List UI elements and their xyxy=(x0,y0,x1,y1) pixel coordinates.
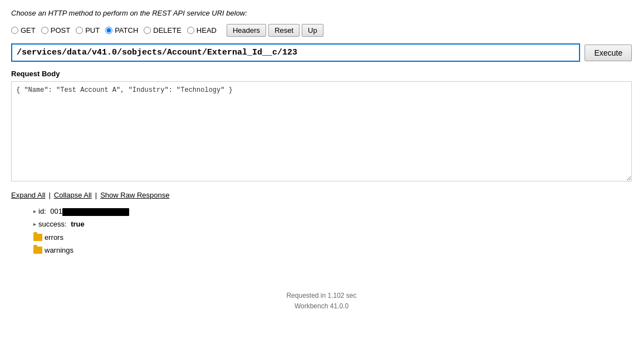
expand-all-link[interactable]: Expand All xyxy=(11,191,45,199)
errors-key: errors xyxy=(45,231,63,244)
separator-2: | xyxy=(95,191,97,199)
footer: Requested in 1.102 sec Workbench 41.0.0 xyxy=(11,291,632,312)
folder-warnings-icon xyxy=(33,247,42,254)
method-delete-label: DELETE xyxy=(153,26,181,35)
id-key: id: xyxy=(38,205,46,218)
response-tree: ▸ id: 001 ▸ success: true errors warning… xyxy=(33,205,632,257)
radio-delete[interactable] xyxy=(144,27,151,34)
method-post-label: POST xyxy=(51,26,70,35)
radio-post[interactable] xyxy=(41,27,48,34)
method-selector-row: GET POST PUT PATCH DELETE HEAD Headers R… xyxy=(11,24,632,37)
uri-input[interactable] xyxy=(11,43,580,62)
collapse-all-link[interactable]: Collapse All xyxy=(54,191,92,199)
success-value: true xyxy=(69,218,85,230)
method-patch-label: PATCH xyxy=(115,26,138,35)
method-delete[interactable]: DELETE xyxy=(144,26,181,35)
separator-1: | xyxy=(48,191,50,199)
reset-button[interactable]: Reset xyxy=(268,24,300,37)
footer-line1: Requested in 1.102 sec xyxy=(11,291,632,301)
warnings-key: warnings xyxy=(45,244,73,257)
tree-item-warnings: warnings xyxy=(33,244,632,257)
method-put[interactable]: PUT xyxy=(76,26,100,35)
method-post[interactable]: POST xyxy=(41,26,70,35)
toggle-id[interactable]: ▸ xyxy=(33,206,36,217)
method-patch[interactable]: PATCH xyxy=(105,26,138,35)
id-redacted xyxy=(62,208,129,216)
folder-errors-icon xyxy=(33,234,42,241)
success-key: success: xyxy=(38,218,67,230)
uri-row: Execute xyxy=(11,43,632,62)
show-raw-link[interactable]: Show Raw Response xyxy=(100,191,169,199)
radio-put[interactable] xyxy=(76,27,83,34)
headers-button[interactable]: Headers xyxy=(227,24,266,37)
instruction-text: Choose an HTTP method to perform on the … xyxy=(11,9,632,17)
execute-button[interactable]: Execute xyxy=(585,45,632,61)
tree-item-success: ▸ success: true xyxy=(33,218,632,230)
method-head-label: HEAD xyxy=(197,26,217,35)
request-body-label: Request Body xyxy=(11,70,632,78)
tree-item-id: ▸ id: 001 xyxy=(33,205,632,218)
radio-get[interactable] xyxy=(11,27,18,34)
tree-item-errors: errors xyxy=(33,231,632,244)
response-actions-bar: Expand All | Collapse All | Show Raw Res… xyxy=(11,191,632,199)
method-head[interactable]: HEAD xyxy=(187,26,217,35)
up-button[interactable]: Up xyxy=(302,24,323,37)
radio-patch[interactable] xyxy=(105,27,112,34)
footer-line2: Workbench 41.0.0 xyxy=(11,301,632,312)
method-get[interactable]: GET xyxy=(11,26,36,35)
radio-head[interactable] xyxy=(187,27,194,34)
method-buttons-group: Headers Reset Up xyxy=(227,24,323,37)
id-value: 001 xyxy=(48,205,129,218)
request-body-textarea[interactable] xyxy=(11,81,632,181)
method-put-label: PUT xyxy=(85,26,100,35)
method-get-label: GET xyxy=(21,26,36,35)
toggle-success[interactable]: ▸ xyxy=(33,219,36,229)
